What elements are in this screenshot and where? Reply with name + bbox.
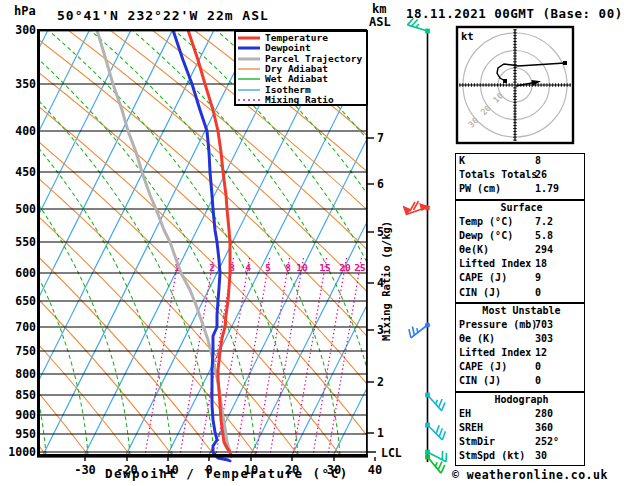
row-value: 0 xyxy=(535,361,541,372)
table-row: Pressure (mb)703 xyxy=(459,319,584,333)
valid-time-title: 18.11.2021 00GMT (Base: 00) xyxy=(406,6,623,21)
legend-item-wet-adiabat: Wet Adiabat xyxy=(238,74,366,84)
pressure-tick-label: 750 xyxy=(15,344,36,358)
table-row: EH280 xyxy=(459,408,584,422)
pressure-tick-label: 700 xyxy=(15,320,36,334)
pressure-tick-label: 950 xyxy=(15,427,36,441)
pressure-tick-label: 850 xyxy=(15,388,36,402)
wind-barb-column xyxy=(403,18,447,473)
mixing-ratio-label: 10 xyxy=(296,262,308,273)
table-row: CAPE (J)9 xyxy=(459,272,584,286)
km-tick-label: 2 xyxy=(377,375,384,389)
pressure-tick-label: 300 xyxy=(15,23,36,37)
mixing-ratio-axis-label: Mixing Ratio (g/kg) xyxy=(380,221,392,341)
table-title: Hodograph xyxy=(459,394,584,408)
pressure-tick-label: 500 xyxy=(15,202,36,216)
row-value: 280 xyxy=(535,408,553,419)
table-row: PW (cm)1.79 xyxy=(459,183,584,197)
pressure-tick-label: 800 xyxy=(15,367,36,381)
row-label: K xyxy=(459,155,465,166)
table-indices: K8Totals Totals26PW (cm)1.79 xyxy=(455,153,585,200)
pressure-unit-label: hPa xyxy=(14,4,36,18)
row-label: SREH xyxy=(459,422,483,433)
hodograph: 102030kt xyxy=(457,27,573,143)
table-row: SREH360 xyxy=(459,422,584,436)
legend-label: Mixing Ratio xyxy=(265,95,334,105)
row-value: 8 xyxy=(535,155,541,166)
hodograph-unit-label: kt xyxy=(461,30,474,42)
table-row: Dewp (°C)5.8 xyxy=(459,230,584,244)
legend-label: Wet Adiabat xyxy=(265,74,328,84)
skewt-sounding-app: 1234581015202530035040045050055060065070… xyxy=(0,0,629,486)
row-value: 9 xyxy=(535,272,541,283)
row-label: Dewp (°C) xyxy=(459,230,513,241)
table-title: Most Unstable xyxy=(459,305,584,319)
table-row: StmSpd (kt)30 xyxy=(459,450,584,464)
table-row: θe (K)303 xyxy=(459,333,584,347)
row-value: 703 xyxy=(535,319,553,330)
row-label: CIN (J) xyxy=(459,375,501,386)
table-row: CIN (J)0 xyxy=(459,287,584,301)
temperature-tick-label: 40 xyxy=(368,463,382,477)
mixing-ratio-label: 25 xyxy=(354,262,366,273)
storm-motion-arrow xyxy=(403,201,431,216)
legend-item-mixing-ratio: Mixing Ratio xyxy=(238,95,366,105)
row-value: 294 xyxy=(535,244,553,255)
table-row: CIN (J)0 xyxy=(459,375,584,389)
table-row: Temp (°C)7.2 xyxy=(459,216,584,230)
row-value: 18 xyxy=(535,258,547,269)
table-row: CAPE (J)0 xyxy=(459,361,584,375)
altitude-unit-asl: ASL xyxy=(369,15,391,29)
legend-swatch xyxy=(238,66,260,72)
row-label: StmSpd (kt) xyxy=(459,450,525,461)
mixing-ratio-label: 15 xyxy=(319,262,331,273)
table-row: Lifted Index18 xyxy=(459,258,584,272)
pressure-tick-label: 550 xyxy=(15,235,36,249)
row-value: 1.79 xyxy=(535,183,559,194)
mixing-ratio-label: 5 xyxy=(265,262,271,273)
table-row: K8 xyxy=(459,155,584,169)
km-tick-label: 7 xyxy=(377,131,384,145)
lcl-label: LCL xyxy=(381,446,402,460)
legend-swatch xyxy=(238,45,260,51)
row-label: Temp (°C) xyxy=(459,216,513,227)
pressure-tick-label: 650 xyxy=(15,294,36,308)
legend-swatch xyxy=(238,97,260,103)
row-label: θe(K) xyxy=(459,244,489,255)
altitude-unit-km: km xyxy=(372,2,386,16)
pressure-tick-label: 450 xyxy=(15,165,36,179)
mixing-ratio-label: 2 xyxy=(209,262,215,273)
row-value: 0 xyxy=(535,287,541,298)
temperature-tick-label: -30 xyxy=(74,463,96,477)
table-row: θe(K)294 xyxy=(459,244,584,258)
row-label: EH xyxy=(459,408,471,419)
table-title: Surface xyxy=(459,202,584,216)
row-label: Totals Totals xyxy=(459,169,537,180)
row-label: Lifted Index xyxy=(459,258,531,269)
legend-swatch xyxy=(238,35,260,41)
row-label: Pressure (mb) xyxy=(459,319,537,330)
row-label: CIN (J) xyxy=(459,287,501,298)
pressure-tick-label: 1000 xyxy=(8,445,36,459)
table-row: Lifted Index12 xyxy=(459,347,584,361)
pressure-tick-label: 900 xyxy=(15,408,36,422)
row-value: 30 xyxy=(535,450,547,461)
mixing-ratio-lines xyxy=(145,258,361,455)
table-row: StmDir252° xyxy=(459,436,584,450)
row-value: 26 xyxy=(535,169,547,180)
row-label: Lifted Index xyxy=(459,347,531,358)
mixing-ratio-label: 4 xyxy=(245,262,251,273)
pressure-tick-label: 400 xyxy=(15,124,36,138)
row-label: CAPE (J) xyxy=(459,361,507,372)
table-surface: SurfaceTemp (°C)7.2Dewp (°C)5.8θe(K)294L… xyxy=(455,200,585,303)
row-label: CAPE (J) xyxy=(459,272,507,283)
table-row: Totals Totals26 xyxy=(459,169,584,183)
legend-swatch xyxy=(238,56,260,62)
station-title: 50°41'N 232°22'W 22m ASL xyxy=(57,8,269,23)
pressure-tick-label: 350 xyxy=(15,77,36,91)
km-tick-label: 6 xyxy=(377,177,384,191)
row-value: 12 xyxy=(535,347,547,358)
legend-label: Dewpoint xyxy=(265,43,311,53)
copyright-footer: © weatheronline.co.uk xyxy=(452,468,608,482)
table-hodograph: HodographEH280SREH360StmDir252°StmSpd (k… xyxy=(455,392,585,466)
